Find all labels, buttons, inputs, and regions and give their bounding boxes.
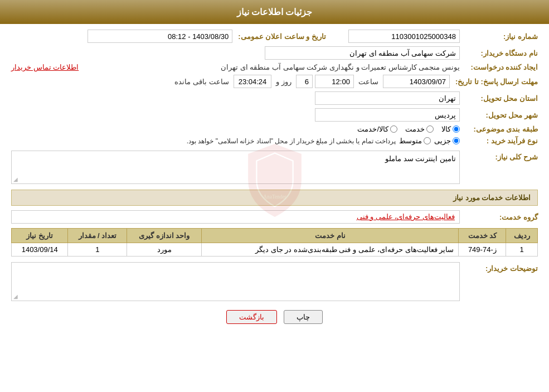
col-header-unit: واحد اندازه گیری	[127, 229, 202, 243]
buyer-org-row: نام دستگاه خریدار: شرکت سهامی آب منطقه ا…	[11, 46, 538, 60]
col-header-name: نام خدمت	[202, 229, 459, 243]
purchase-type-container: جزیی متوسط پرداخت تمام یا بخشی از مبلغ خ…	[187, 137, 460, 145]
page-header: جزئیات اطلاعات نیاز	[0, 0, 549, 24]
purchase-type-row: نوع فرآیند خرید : جزیی متوسط پرداخت تمام…	[11, 137, 538, 145]
category-label-kala: کالا	[441, 125, 451, 133]
category-option-khedmat[interactable]: خدمت	[405, 125, 434, 133]
ptype-label-motevaset: متوسط	[399, 137, 422, 145]
description-box: تامین اینترنت سد ماملو ◢	[11, 151, 460, 184]
group-service-label: گروه خدمت:	[460, 213, 538, 221]
creator-row: ایجاد کننده درخواست: یونس منجمی کارشناس …	[11, 63, 538, 71]
response-time-label: ساعت	[356, 78, 381, 86]
buyer-notes-section: توضیحات خریدار: ◢	[11, 262, 538, 301]
countdown-label: ساعت باقی مانده	[172, 78, 231, 86]
purchase-type-note: پرداخت تمام یا بخشی از مبلغ خریدار از مح…	[187, 137, 396, 145]
col-header-date: تاریخ نیاز	[12, 229, 68, 243]
category-option-kala[interactable]: کالا	[441, 125, 460, 133]
contact-link[interactable]: اطلاعات تماس خریدار	[11, 63, 79, 71]
province-label: استان محل تحویل:	[460, 94, 538, 103]
need-number-label: شماره نیاز:	[460, 32, 538, 41]
category-radio-kala[interactable]	[453, 125, 460, 133]
action-buttons: چاپ بازگشت	[11, 310, 538, 324]
response-date-container: 1403/09/07 ساعت 12:00 6 روز و 23:04:24 س…	[172, 75, 449, 88]
services-table: ردیف کد خدمت نام خدمت واحد اندازه گیری ت…	[11, 228, 538, 257]
response-days-value: 6	[296, 75, 313, 88]
creator-label: ایجاد کننده درخواست:	[460, 63, 538, 71]
purchase-type-jozi[interactable]: جزیی	[434, 137, 460, 145]
countdown-value: 23:04:24	[234, 75, 272, 88]
response-time-value: 12:00	[315, 75, 354, 88]
print-button[interactable]: چاپ	[284, 310, 323, 324]
category-label: طبقه بندی موضوعی:	[460, 125, 538, 133]
ptype-radio-jozi[interactable]	[453, 137, 460, 144]
buyer-notes-resize: ◢	[13, 293, 18, 299]
response-days-label: روز و	[274, 78, 294, 86]
need-number-row: شماره نیاز: 1103001025000348 تاریخ و ساع…	[11, 30, 538, 43]
description-label: شرح کلی نیاز:	[460, 151, 538, 161]
page-title: جزئیات اطلاعات نیاز	[237, 7, 313, 17]
province-value: تهران	[315, 91, 460, 105]
cell-unit: مورد	[127, 243, 202, 257]
purchase-type-motevaset[interactable]: متوسط	[399, 137, 431, 145]
city-value: پردیس	[315, 108, 460, 122]
category-radio-both[interactable]	[390, 125, 397, 133]
page-wrapper: جزئیات اطلاعات نیاز AnaTender شماره نیاز…	[0, 0, 549, 392]
buyer-org-label: نام دستگاه خریدار:	[460, 49, 538, 57]
back-button[interactable]: بازگشت	[226, 310, 277, 324]
main-content: AnaTender شماره نیاز: 1103001025000348 ت…	[0, 24, 549, 338]
services-section-header: اطلاعات خدمات مورد نیاز	[11, 190, 538, 206]
ptype-radio-motevaset[interactable]	[424, 137, 431, 144]
description-value: تامین اینترنت سد ماملو	[385, 154, 456, 163]
group-service-row: گروه خدمت: فعالیت‌های حرفه‌ای، علمی و فن…	[11, 210, 538, 224]
description-section: شرح کلی نیاز: تامین اینترنت سد ماملو ◢	[11, 151, 538, 184]
cell-name: سایر فعالیت‌های حرفه‌ای، علمی و فنی طبقه…	[202, 243, 459, 257]
category-option-both[interactable]: کالا/خدمت	[357, 125, 397, 133]
response-date-value: 1403/09/07	[383, 75, 450, 88]
category-radio-khedmat[interactable]	[426, 125, 434, 133]
announce-date-value: 1403/08/30 - 08:12	[88, 30, 232, 43]
category-label-khedmat: خدمت	[405, 125, 425, 133]
need-number-value: 1103001025000348	[348, 30, 460, 43]
announce-date-label: تاریخ و ساعت اعلان عمومی:	[232, 32, 326, 41]
buyer-notes-box: ◢	[11, 262, 460, 301]
col-header-row: ردیف	[506, 229, 538, 243]
category-row: طبقه بندی موضوعی: کالا خدمت کالا/خدمت	[11, 125, 538, 133]
response-deadline-label: مهلت ارسال پاسخ: تا تاریخ:	[450, 78, 538, 86]
cell-qty: 1	[68, 243, 127, 257]
col-header-qty: تعداد / مقدار	[68, 229, 127, 243]
group-service-value: فعالیت‌های حرفه‌ای، علمی و فنی	[11, 210, 460, 224]
category-radio-group: کالا خدمت کالا/خدمت	[357, 125, 460, 133]
category-label-both: کالا/خدمت	[357, 125, 388, 133]
buyer-notes-label: توضیحات خریدار:	[460, 262, 538, 273]
province-row: استان محل تحویل: تهران	[11, 91, 538, 105]
city-label: شهر محل تحویل:	[460, 111, 538, 119]
cell-code: ز-74-749	[459, 243, 506, 257]
creator-value: یونس منجمی کارشناس تعمیرات و نگهداری شرک…	[79, 63, 460, 71]
ptype-label-jozi: جزیی	[434, 137, 451, 145]
resize-handle: ◢	[13, 176, 18, 182]
col-header-code: کد خدمت	[459, 229, 506, 243]
response-deadline-row: مهلت ارسال پاسخ: تا تاریخ: 1403/09/07 سا…	[11, 75, 538, 88]
services-section-title: اطلاعات خدمات مورد نیاز	[453, 193, 531, 202]
table-row: 1 ز-74-749 سایر فعالیت‌های حرفه‌ای، علمی…	[12, 243, 538, 257]
buyer-org-value: شرکت سهامی آب منطقه ای تهران	[265, 46, 460, 60]
group-service-link[interactable]: فعالیت‌های حرفه‌ای، علمی و فنی	[357, 212, 455, 221]
cell-row: 1	[506, 243, 538, 257]
cell-date: 1403/09/14	[12, 243, 68, 257]
purchase-type-label: نوع فرآیند خرید :	[460, 137, 538, 145]
city-row: شهر محل تحویل: پردیس	[11, 108, 538, 122]
